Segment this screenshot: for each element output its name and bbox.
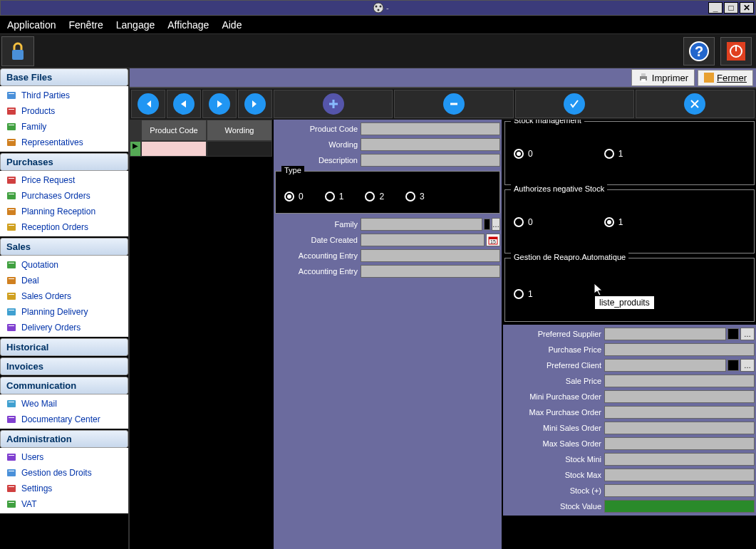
- sidebar-item-users[interactable]: Users: [3, 449, 125, 465]
- picker-box[interactable]: [727, 328, 739, 340]
- stock-radio-1[interactable]: 1: [604, 149, 623, 159]
- sidebar-item-planning-delivery[interactable]: Planning Delivery: [3, 304, 125, 320]
- neg-radio-0[interactable]: 0: [514, 217, 533, 227]
- sidebar-item-delivery-orders[interactable]: Delivery Orders: [3, 320, 125, 335]
- sidebar-item-third-parties[interactable]: Third Parties: [3, 88, 125, 103]
- svg-rect-28: [7, 277, 16, 284]
- sidebar-item-price-request[interactable]: Price Request: [3, 172, 125, 188]
- input-preferred-client[interactable]: [604, 359, 726, 372]
- nav-prev[interactable]: [167, 90, 201, 118]
- reappro-radio-1[interactable]: 1: [514, 289, 533, 299]
- lock-button[interactable]: [1, 36, 34, 66]
- stock-radio-0[interactable]: 0: [514, 149, 533, 159]
- close-label: Fermer: [717, 73, 747, 83]
- input-acc-entry-2[interactable]: [361, 265, 500, 278]
- svg-rect-23: [9, 209, 14, 210]
- sidebar-item-gestion-des-droits[interactable]: Gestion des Droits: [3, 465, 125, 481]
- input-max-sales-order[interactable]: [604, 437, 755, 450]
- sidebar-item-weo-mail[interactable]: Weo Mail: [3, 396, 125, 412]
- print-button[interactable]: Imprimer: [631, 69, 695, 86]
- label-acc-entry-2: Accounting Entry: [275, 267, 361, 276]
- item-icon: [6, 190, 17, 202]
- sidebar-item-sales-orders[interactable]: Sales Orders: [3, 288, 125, 304]
- sidebar-item-deal[interactable]: Deal: [3, 273, 125, 288]
- input-stock-mini[interactable]: [604, 453, 755, 466]
- sidebar-item-quotation[interactable]: Quotation: [3, 257, 125, 273]
- close-button[interactable]: Fermer: [698, 70, 753, 86]
- confirm-button[interactable]: [515, 90, 634, 118]
- maximize-button[interactable]: □: [724, 2, 738, 14]
- lookup-button[interactable]: …: [740, 328, 755, 340]
- sidebar-header-purchases[interactable]: Purchases: [0, 153, 128, 171]
- input-mini-sales-order[interactable]: [604, 422, 755, 434]
- input-product-code[interactable]: [361, 122, 500, 135]
- picker-box[interactable]: [727, 360, 739, 371]
- sidebar-header-communication[interactable]: Communication: [0, 377, 128, 394]
- input-date-created[interactable]: [361, 234, 485, 246]
- sidebar-item-vat[interactable]: VAT: [3, 496, 125, 512]
- family-lookup[interactable]: …: [492, 218, 500, 231]
- close-window-button[interactable]: ✕: [740, 2, 754, 14]
- svg-rect-19: [9, 178, 14, 179]
- svg-text:?: ?: [695, 43, 703, 59]
- remove-button[interactable]: [394, 90, 513, 118]
- sidebar-item-reception-orders[interactable]: Reception Orders: [3, 219, 125, 235]
- grid-cell[interactable]: [141, 141, 207, 157]
- sidebar-item-representatives[interactable]: Representatives: [3, 135, 125, 150]
- family-picker[interactable]: [484, 219, 490, 230]
- add-button[interactable]: [274, 90, 393, 118]
- menu-application[interactable]: Application: [7, 19, 56, 31]
- sidebar-header-base-files[interactable]: Base Files: [0, 68, 128, 86]
- input-purchase-price[interactable]: [604, 343, 755, 356]
- nav-first[interactable]: [131, 90, 165, 118]
- sidebar-header-invoices[interactable]: Invoices: [0, 357, 128, 375]
- label-description: Description: [275, 156, 361, 164]
- svg-point-1: [375, 6, 377, 8]
- item-icon: [6, 174, 17, 186]
- sidebar-item-products[interactable]: Products: [3, 103, 125, 119]
- input-mini-purchase-order[interactable]: [604, 390, 755, 403]
- svg-rect-11: [9, 93, 14, 94]
- item-icon: [6, 451, 17, 463]
- nav-last[interactable]: [238, 90, 272, 118]
- sidebar-item-family[interactable]: Family: [3, 119, 125, 135]
- input-max-purchase-order[interactable]: [604, 406, 755, 419]
- sidebar-item-purchases-orders[interactable]: Purchases Orders: [3, 188, 125, 204]
- label-purchase-price: Purchase Price: [504, 345, 604, 354]
- input-sale-price[interactable]: [604, 375, 755, 387]
- sidebar-item-settings[interactable]: Settings: [3, 481, 125, 496]
- col-product-code[interactable]: Product Code: [141, 120, 207, 141]
- type-radio-3[interactable]: 3: [405, 192, 425, 202]
- menu-affichage[interactable]: Affichage: [167, 19, 209, 31]
- input-stock-value[interactable]: [604, 500, 755, 513]
- sidebar-header-sales[interactable]: Sales: [0, 238, 128, 256]
- type-radio-2[interactable]: 2: [365, 192, 384, 202]
- neg-radio-1[interactable]: 1: [604, 217, 623, 227]
- type-radio-1[interactable]: 1: [325, 192, 344, 202]
- cancel-button[interactable]: [636, 90, 755, 118]
- type-radio-0[interactable]: 0: [284, 192, 304, 202]
- input-wording[interactable]: [361, 138, 500, 151]
- input-stock-[interactable]: [604, 484, 755, 497]
- sidebar-item-planning-reception[interactable]: Planning Reception: [3, 204, 125, 219]
- menu-langage[interactable]: Langage: [116, 19, 155, 31]
- sidebar-item-documentary-center[interactable]: Documentary Center: [3, 412, 125, 427]
- date-picker[interactable]: 15: [486, 234, 500, 246]
- input-stock-max[interactable]: [604, 469, 755, 481]
- lookup-button[interactable]: …: [740, 359, 755, 372]
- menu-fenetre[interactable]: Fenêtre: [69, 19, 103, 31]
- minimize-button[interactable]: _: [708, 2, 723, 14]
- sidebar-header-administration[interactable]: Administration: [0, 430, 128, 448]
- col-wording[interactable]: Wording: [207, 120, 272, 141]
- help-button[interactable]: ?: [683, 37, 715, 66]
- input-preferred-supplier[interactable]: [604, 328, 726, 340]
- grid-cell[interactable]: [207, 141, 272, 157]
- input-description[interactable]: [361, 154, 500, 167]
- input-family[interactable]: [361, 218, 482, 231]
- power-button[interactable]: [720, 37, 752, 66]
- nav-next[interactable]: [202, 90, 237, 118]
- menu-aide[interactable]: Aide: [222, 19, 242, 31]
- input-acc-entry-1[interactable]: [361, 249, 500, 262]
- first-icon: [143, 98, 154, 110]
- sidebar-header-historical[interactable]: Historical: [0, 338, 128, 356]
